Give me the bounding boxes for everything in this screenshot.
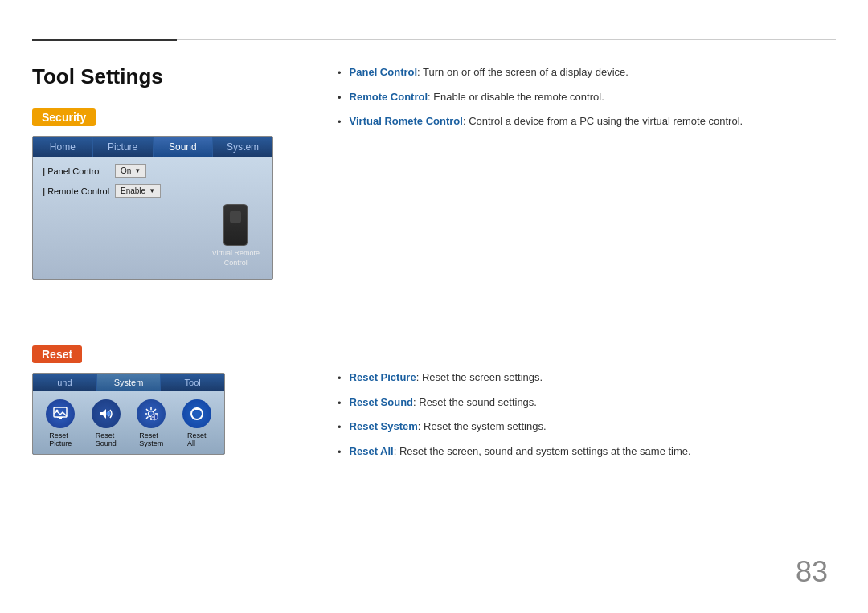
panel-control-label: Panel Control xyxy=(43,166,115,176)
tv-nav-system[interactable]: System xyxy=(97,374,162,391)
svg-point-1 xyxy=(56,410,59,412)
bullet-reset-picture-text: Reset Picture: Reset the screen settings… xyxy=(350,370,543,386)
reset-bullet-list: Reset Picture: Reset the screen settings… xyxy=(338,370,836,460)
tv-bottom-row: Virtual RemoteControl xyxy=(43,204,263,272)
security-badge: Security xyxy=(32,108,96,126)
page-number: 83 xyxy=(796,555,828,589)
right-reset-section: Reset Picture: Reset the screen settings… xyxy=(338,370,836,468)
tv-nav-home[interactable]: Home xyxy=(33,137,93,157)
svg-rect-2 xyxy=(57,417,63,418)
tv-nav-security: Home Picture Sound System xyxy=(33,137,272,157)
tv-nav-tool[interactable]: Tool xyxy=(161,374,224,391)
picture-svg xyxy=(52,406,68,422)
tv-row-panel-control: Panel Control On ▼ xyxy=(43,164,263,178)
remote-control-label: Remote Control xyxy=(43,186,115,196)
remote-control-arrow: ▼ xyxy=(149,187,155,194)
tv-nav-system[interactable]: System xyxy=(213,137,272,157)
tv-content-security: Panel Control On ▼ Remote Control Enable… xyxy=(33,157,272,279)
remote-control-select[interactable]: Enable ▼ xyxy=(115,184,161,198)
security-bullet-list: Panel Control: Turn on or off the screen… xyxy=(338,64,836,130)
reset-all-link: Reset All xyxy=(350,445,394,457)
bullet-reset-sound: Reset Sound: Reset the sound settings. xyxy=(338,394,836,411)
panel-control-arrow: ▼ xyxy=(134,167,141,174)
reset-sound-label: ResetSound xyxy=(96,431,117,447)
reset-system-link: Reset System xyxy=(350,420,418,432)
all-svg xyxy=(189,406,205,422)
panel-control-link: Panel Control xyxy=(350,66,418,78)
reset-sound-link: Reset Sound xyxy=(350,396,413,408)
security-tv-mockup: Home Picture Sound System Panel Control … xyxy=(32,136,273,280)
virtual-remote-link: Virtual Romete Control xyxy=(350,115,463,127)
reset-all-label: ResetAll xyxy=(187,431,207,447)
left-reset-section: Reset und System Tool ResetPictur xyxy=(32,345,289,455)
virtual-remote-section: Virtual RemoteControl xyxy=(209,204,263,272)
reset-system-label: ResetSystem xyxy=(139,431,163,447)
tv-reset-sound[interactable]: ResetSound xyxy=(92,399,121,447)
bullet-panel-control: Panel Control: Turn on or off the screen… xyxy=(338,64,836,81)
remote-icon xyxy=(223,204,248,246)
reset-sound-icon xyxy=(92,399,121,428)
bullet-reset-picture: Reset Picture: Reset the screen settings… xyxy=(338,370,836,386)
bullet-reset-all: Reset All: Reset the screen, sound and s… xyxy=(338,443,836,460)
system-svg xyxy=(143,406,159,422)
remote-control-link: Remote Control xyxy=(350,91,428,103)
bullet-reset-system: Reset System: Reset the system settings. xyxy=(338,419,836,435)
reset-badge: Reset xyxy=(32,345,82,363)
tv-reset-content: ResetPicture ResetSound xyxy=(33,391,224,454)
top-line-dark xyxy=(32,39,177,41)
left-column: Tool Settings Security Home Picture Soun… xyxy=(32,64,289,304)
tv-reset-all[interactable]: ResetAll xyxy=(182,399,211,447)
tv-row-remote-control: Remote Control Enable ▼ xyxy=(43,184,263,198)
bullet-reset-all-text: Reset All: Reset the screen, sound and s… xyxy=(350,443,691,460)
reset-picture-icon xyxy=(46,399,75,428)
panel-control-select[interactable]: On ▼ xyxy=(115,164,146,178)
bullet-reset-system-text: Reset System: Reset the system settings. xyxy=(350,419,547,435)
tv-nav-und[interactable]: und xyxy=(33,374,97,391)
bullet-virtual-remote: Virtual Romete Control: Control a device… xyxy=(338,113,836,130)
page-title: Tool Settings xyxy=(32,64,289,89)
tv-nav-reset: und System Tool xyxy=(33,374,224,391)
reset-picture-link: Reset Picture xyxy=(350,371,416,383)
bullet-remote-control-text: Remote Control: Enable or disable the re… xyxy=(350,89,604,105)
reset-all-icon xyxy=(182,399,211,428)
top-decorative-lines xyxy=(32,39,836,41)
bullet-virtual-remote-text: Virtual Romete Control: Control a device… xyxy=(350,113,743,129)
bullet-panel-control-text: Panel Control: Turn on or off the screen… xyxy=(350,64,628,80)
top-line-light xyxy=(177,39,836,40)
svg-rect-3 xyxy=(59,418,62,419)
bullet-reset-sound-text: Reset Sound: Reset the sound settings. xyxy=(350,394,537,411)
reset-picture-label: ResetPicture xyxy=(49,431,72,447)
tv-reset-system[interactable]: ResetSystem xyxy=(137,399,166,447)
tv-nav-sound[interactable]: Sound xyxy=(154,137,214,157)
tv-nav-picture[interactable]: Picture xyxy=(93,137,154,157)
right-column-security: Panel Control: Turn on or off the screen… xyxy=(338,64,836,138)
reset-tv-mockup: und System Tool ResetPicture xyxy=(32,373,225,455)
sound-svg xyxy=(98,406,114,422)
virtual-remote-label: Virtual RemoteControl xyxy=(209,246,263,272)
reset-system-icon xyxy=(137,399,166,428)
tv-reset-picture[interactable]: ResetPicture xyxy=(46,399,75,447)
bullet-remote-control: Remote Control: Enable or disable the re… xyxy=(338,89,836,106)
